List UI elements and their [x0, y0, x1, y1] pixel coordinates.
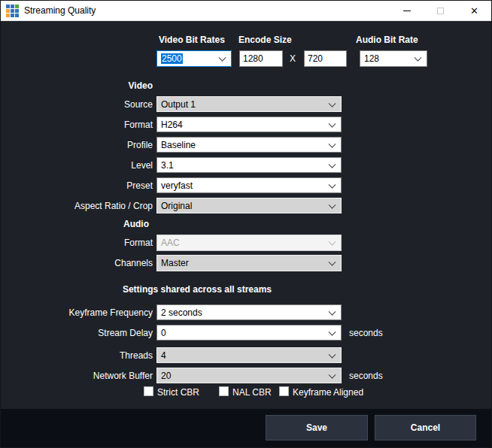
minimize-button[interactable] — [390, 1, 424, 21]
audio-format-value: AAC — [161, 238, 180, 248]
chevron-down-icon — [329, 140, 336, 147]
channels-select[interactable]: Master — [156, 255, 342, 271]
cancel-button[interactable]: Cancel — [375, 415, 476, 440]
chevron-down-icon — [329, 120, 336, 127]
strict-cbr-checkbox[interactable] — [144, 386, 153, 396]
encode-width-input[interactable] — [239, 50, 283, 67]
app-logo-icon — [6, 5, 19, 17]
close-button[interactable]: ✕ — [457, 1, 491, 21]
source-value: Output 1 — [161, 99, 196, 110]
profile-value: Baseline — [161, 140, 196, 150]
level-value: 3.1 — [161, 160, 174, 171]
level-select[interactable]: 3.1 — [156, 157, 342, 173]
aspect-ratio-crop-value: Original — [161, 201, 192, 211]
maximize-icon — [437, 8, 444, 14]
keyframe-aligned-label: Keyframe Aligned — [293, 387, 363, 398]
nal-cbr-label: NAL CBR — [232, 387, 272, 398]
chevron-down-icon — [329, 328, 336, 335]
chevron-down-icon — [329, 350, 336, 358]
audio-bit-rate-label: Audio Bit Rate — [356, 35, 418, 45]
profile-label: Profile — [1, 140, 153, 150]
chevron-down-icon — [329, 201, 336, 208]
aspect-ratio-crop-label: Aspect Ratio / Crop — [1, 201, 153, 211]
video-bit-rate-value: 2500 — [161, 53, 183, 64]
audio-bit-rate-select[interactable]: 128 — [360, 50, 427, 67]
shared-section-header: Settings shared across all streams — [1, 284, 272, 295]
network-buffer-suffix: seconds — [349, 371, 383, 381]
logo-cell — [15, 5, 19, 8]
window-title: Streaming Quality — [24, 1, 96, 21]
chevron-down-icon — [329, 238, 336, 246]
logo-cell — [6, 9, 10, 13]
video-section-header: Video — [1, 80, 153, 91]
stream-delay-suffix: seconds — [349, 328, 383, 338]
chevron-down-icon — [329, 259, 336, 266]
network-buffer-label: Network Buffer — [1, 371, 153, 381]
logo-cell — [11, 5, 14, 8]
chevron-down-icon — [329, 371, 336, 378]
chevron-down-icon — [415, 54, 422, 62]
maximize-button — [424, 1, 457, 21]
format-select[interactable]: H264 — [156, 117, 342, 132]
logo-cell — [6, 5, 10, 8]
video-bit-rate-select[interactable]: 2500 — [156, 50, 232, 67]
chevron-down-icon — [329, 160, 336, 168]
preset-label: Preset — [1, 180, 153, 191]
threads-label: Threads — [1, 350, 153, 361]
threads-value: 4 — [161, 350, 166, 361]
encode-size-label: Encode Size — [238, 35, 292, 45]
aspect-ratio-crop-select[interactable]: Original — [156, 198, 342, 213]
network-buffer-value: 20 — [161, 371, 171, 381]
preset-value: veryfast — [161, 180, 193, 191]
logo-cell — [11, 9, 14, 13]
streaming-quality-dialog: Streaming Quality ✕ Video Bit Rates Enco… — [0, 0, 492, 448]
titlebar[interactable]: Streaming Quality ✕ — [1, 1, 491, 21]
chevron-down-icon — [219, 54, 226, 62]
stream-delay-label: Stream Delay — [1, 328, 153, 338]
channels-label: Channels — [1, 258, 153, 268]
close-icon: ✕ — [470, 6, 478, 16]
profile-select[interactable]: Baseline — [156, 137, 342, 153]
audio-section-header: Audio — [1, 219, 149, 229]
keyframe-frequency-value: 2 seconds — [161, 307, 202, 318]
stream-delay-select[interactable]: 0 — [156, 325, 342, 341]
source-label: Source — [1, 99, 153, 110]
preset-select[interactable]: veryfast — [156, 177, 342, 193]
stream-delay-value: 0 — [161, 328, 166, 338]
audio-bit-rate-value: 128 — [364, 53, 379, 64]
network-buffer-select[interactable]: 20 — [156, 368, 342, 383]
audio-format-select: AAC — [156, 235, 342, 251]
save-button[interactable]: Save — [266, 415, 368, 440]
format-value: H264 — [161, 120, 183, 130]
logo-cell — [11, 14, 14, 17]
strict-cbr-label: Strict CBR — [157, 387, 199, 398]
footer-bar: Save Cancel — [1, 409, 491, 448]
nal-cbr-checkbox[interactable] — [219, 386, 229, 396]
threads-select[interactable]: 4 — [156, 347, 342, 363]
logo-cell — [15, 9, 19, 13]
video-bit-rates-label: Video Bit Rates — [159, 35, 225, 45]
logo-cell — [6, 14, 10, 17]
minimize-icon — [403, 11, 411, 11]
keyframe-frequency-select[interactable]: 2 seconds — [156, 304, 342, 320]
keyframe-frequency-label: Keyframe Frequency — [1, 307, 153, 318]
encode-size-separator: X — [290, 53, 296, 64]
keyframe-aligned-checkbox[interactable] — [279, 386, 289, 396]
channels-value: Master — [161, 258, 189, 268]
audio-format-label: Format — [1, 238, 153, 248]
encode-height-input[interactable] — [304, 50, 347, 67]
format-label: Format — [1, 120, 153, 130]
source-select[interactable]: Output 1 — [156, 96, 342, 112]
level-label: Level — [1, 160, 153, 171]
chevron-down-icon — [329, 307, 336, 315]
chevron-down-icon — [329, 99, 336, 107]
logo-cell — [15, 14, 19, 17]
chevron-down-icon — [329, 180, 336, 188]
